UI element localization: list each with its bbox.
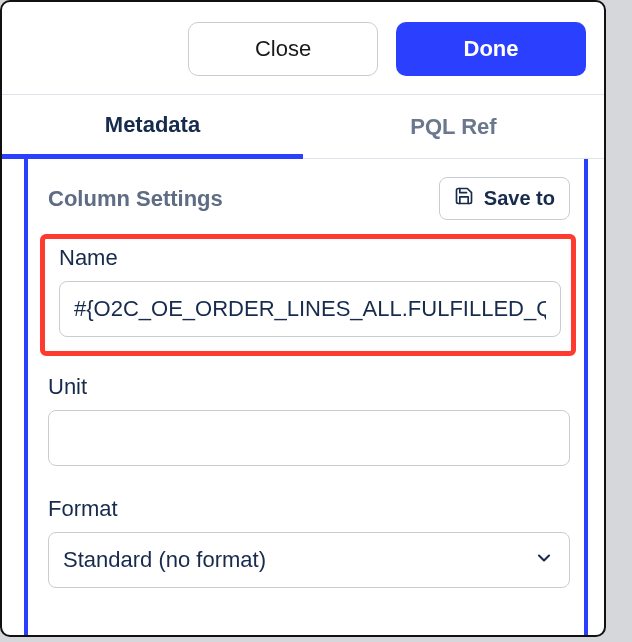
tab-metadata[interactable]: Metadata (2, 95, 303, 159)
column-settings-header: Column Settings Save to (28, 159, 584, 234)
name-label: Name (59, 245, 561, 271)
metadata-panel: Column Settings Save to Name Unit (24, 159, 588, 637)
name-field-highlight: Name (40, 234, 576, 356)
save-icon (454, 186, 474, 211)
tab-bar: Metadata PQL Ref (2, 94, 604, 159)
unit-field-group: Unit (28, 368, 584, 476)
format-field-group: Format Standard (no format) (28, 490, 584, 598)
format-label: Format (48, 496, 570, 522)
tab-pql-ref[interactable]: PQL Ref (303, 95, 604, 159)
unit-label: Unit (48, 374, 570, 400)
name-input[interactable] (59, 281, 561, 337)
close-button[interactable]: Close (188, 22, 378, 76)
done-button[interactable]: Done (396, 22, 586, 76)
column-settings-title: Column Settings (48, 186, 223, 212)
format-selected-value: Standard (no format) (63, 547, 266, 573)
dialog-panel: Close Done Metadata PQL Ref Column Setti… (0, 0, 606, 637)
dialog-topbar: Close Done (2, 2, 604, 94)
save-to-button[interactable]: Save to (439, 177, 570, 220)
format-select[interactable]: Standard (no format) (48, 532, 570, 588)
unit-input[interactable] (48, 410, 570, 466)
save-to-label: Save to (484, 187, 555, 210)
